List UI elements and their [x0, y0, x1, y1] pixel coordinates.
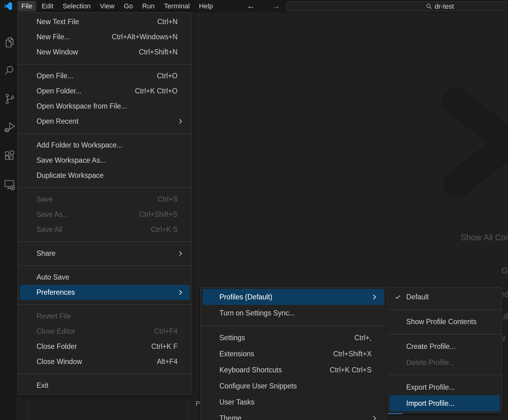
source-control-icon[interactable]: [3, 93, 16, 105]
menu-item-share[interactable]: Share: [20, 246, 190, 261]
menu-item-label: Extensions: [219, 350, 254, 358]
menu-item-label: Close Window: [37, 358, 82, 366]
menu-item-label: Turn on Settings Sync...: [219, 309, 295, 317]
menubar-item-edit[interactable]: Edit: [37, 1, 57, 11]
menu-item-shortcut: Ctrl+S: [157, 195, 186, 204]
menu-item-default[interactable]: Default: [390, 289, 500, 305]
menu-item-new-file[interactable]: New File...Ctrl+Alt+Windows+N: [20, 29, 190, 45]
menu-item-label: Duplicate Workspace: [37, 171, 104, 180]
menu-item-save-workspace-as[interactable]: Save Workspace As...: [20, 153, 190, 168]
menu-item-label: Revert File: [37, 312, 71, 320]
focused-link-underline: [388, 413, 403, 414]
watermark-line-go-to-file: Go to File: [502, 266, 508, 276]
menu-item-shortcut: Ctrl+N: [157, 18, 186, 26]
menu-item-export-profile[interactable]: Export Profile...: [390, 379, 500, 395]
menu-item-label: Share: [37, 249, 55, 258]
menu-item-duplicate-workspace[interactable]: Duplicate Workspace: [20, 168, 190, 183]
menu-item-settings[interactable]: SettingsCtrl+,: [203, 330, 384, 346]
search-icon[interactable]: [3, 64, 16, 77]
menu-item-open-workspace-from-file[interactable]: Open Workspace from File...: [20, 99, 190, 114]
run-and-debug-icon[interactable]: [3, 121, 16, 133]
menu-item-shortcut: Ctrl+Shift+S: [139, 210, 186, 219]
menubar-item-go[interactable]: Go: [120, 1, 137, 11]
navigate-forward-icon[interactable]: →: [272, 0, 280, 12]
menu-item-import-profile[interactable]: Import Profile...: [390, 395, 500, 411]
menu-item-theme[interactable]: Theme: [203, 410, 384, 420]
remote-explorer-icon[interactable]: [3, 178, 16, 191]
menu-item-label: Save: [37, 195, 53, 204]
menu-item-label: New File...: [37, 33, 70, 41]
menu-separator: [201, 325, 386, 326]
menu-item-configure-user-snippets[interactable]: Configure User Snippets: [203, 378, 384, 394]
chevron-right-icon: [177, 251, 182, 256]
extensions-icon[interactable]: [3, 149, 16, 162]
menu-separator: [18, 304, 192, 305]
menu-item-label: Settings: [219, 334, 245, 342]
menu-item-open-folder[interactable]: Open Folder...Ctrl+K Ctrl+O: [20, 84, 190, 99]
menu-item-extensions[interactable]: ExtensionsCtrl+Shift+X: [203, 346, 384, 362]
vscode-window: Show All CommandsGo to FileFind in Files…: [0, 0, 508, 420]
navigate-back-icon[interactable]: ←: [247, 0, 255, 12]
menu-separator: [18, 133, 192, 134]
menu-item-close-folder[interactable]: Close FolderCtrl+K F: [20, 339, 190, 354]
menu-item-add-folder-to-workspace[interactable]: Add Folder to Workspace...: [20, 138, 190, 153]
menu-item-new-text-file[interactable]: New Text FileCtrl+N: [20, 14, 190, 29]
watermark-line-show-all-commands: Show All Commands: [461, 233, 508, 242]
menubar-item-selection[interactable]: Selection: [58, 1, 95, 11]
menubar-item-view[interactable]: View: [96, 1, 118, 11]
menu-separator: [18, 265, 192, 266]
menu-item-profiles-default[interactable]: Profiles (Default): [203, 289, 384, 305]
menu-item-save-as: Save As...Ctrl+Shift+S: [20, 207, 190, 222]
menu-item-shortcut: Ctrl+Shift+X: [333, 350, 380, 358]
menu-item-shortcut: Ctrl+Alt+Windows+N: [112, 33, 186, 41]
menu-item-user-tasks[interactable]: User Tasks: [203, 394, 384, 410]
menu-item-open-recent[interactable]: Open Recent: [20, 114, 190, 129]
menu-item-new-window[interactable]: New WindowCtrl+Shift+N: [20, 45, 190, 60]
menubar-item-help[interactable]: Help: [195, 1, 217, 11]
menu-item-shortcut: Ctrl+K F: [151, 342, 186, 351]
background-text-fragment: P: [196, 400, 200, 408]
menu-item-close-editor: Close EditorCtrl+F4: [20, 324, 190, 339]
menu-item-shortcut: Ctrl+K Ctrl+S: [330, 366, 380, 374]
menu-item-label: Configure User Snippets: [219, 382, 297, 390]
menu-item-auto-save[interactable]: Auto Save: [20, 270, 190, 285]
menu-separator: [18, 187, 192, 188]
menu-item-exit[interactable]: Exit: [20, 378, 190, 393]
menu-separator: [388, 309, 502, 310]
menu-item-label: Save As...: [37, 210, 69, 219]
menu-item-label: New Window: [37, 48, 78, 56]
menu-item-label: Preferences: [37, 288, 75, 297]
menubar-item-terminal[interactable]: Terminal: [160, 1, 194, 11]
menu-item-delete-profile: Delete Profile...: [390, 354, 500, 371]
menu-item-turn-on-settings-sync[interactable]: Turn on Settings Sync...: [203, 305, 384, 321]
menu-item-keyboard-shortcuts[interactable]: Keyboard ShortcutsCtrl+K Ctrl+S: [203, 362, 384, 378]
menu-item-label: Show Profile Contents: [406, 318, 477, 326]
explorer-icon[interactable]: [3, 36, 16, 49]
menubar-item-run[interactable]: Run: [138, 1, 159, 11]
menu-separator: [18, 374, 192, 374]
command-center-text: dr-test: [435, 2, 454, 11]
menu-item-label: Add Folder to Workspace...: [37, 141, 123, 149]
menu-item-show-profile-contents[interactable]: Show Profile Contents: [390, 314, 500, 330]
chevron-right-icon: [371, 294, 376, 299]
menu-item-label: Delete Profile...: [406, 358, 455, 367]
menu-item-label: Save Workspace As...: [37, 156, 106, 165]
command-center[interactable]: dr-test: [286, 2, 508, 11]
menu-item-label: Close Editor: [37, 327, 75, 336]
menubar-item-file[interactable]: File: [17, 1, 36, 11]
background-border: [387, 414, 388, 420]
menu-item-preferences[interactable]: Preferences: [20, 285, 190, 300]
menu-item-shortcut: Ctrl+F4: [154, 327, 186, 336]
menu-item-label: Auto Save: [37, 273, 69, 281]
check-icon: [396, 294, 400, 299]
menu-item-label: Profiles (Default): [219, 293, 272, 301]
menu-item-label: Open Workspace from File...: [37, 102, 127, 110]
menu-item-label: Theme: [219, 414, 242, 420]
menu-item-create-profile[interactable]: Create Profile...: [390, 338, 500, 354]
menu-item-open-file[interactable]: Open File...Ctrl+O: [20, 68, 190, 84]
chevron-right-icon: [371, 416, 376, 420]
menu-item-close-window[interactable]: Close WindowAlt+F4: [20, 354, 190, 369]
menu-item-label: Open Recent: [37, 117, 79, 126]
menu-item-label: Exit: [37, 381, 48, 390]
menu-item-label: Close Folder: [37, 342, 77, 351]
